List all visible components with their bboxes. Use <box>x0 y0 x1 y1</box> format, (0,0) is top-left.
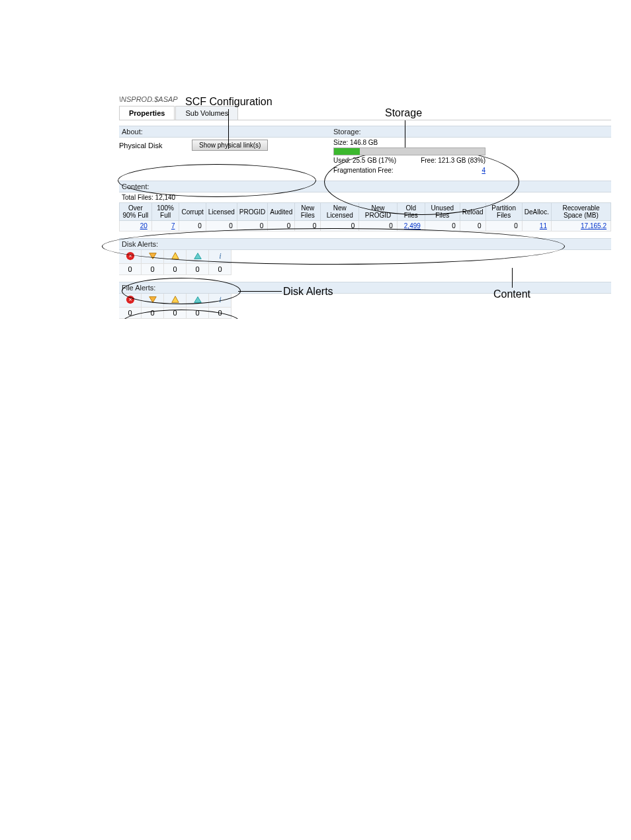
content-col-header: PROGID <box>237 203 267 221</box>
up-arrow-icon <box>187 294 209 308</box>
svg-text:×: × <box>128 296 132 303</box>
down-arrow-icon <box>142 294 164 308</box>
content-cell[interactable]: 11 <box>522 221 551 231</box>
svg-marker-10 <box>194 297 201 303</box>
content-cell: 0 <box>206 221 237 231</box>
show-physical-link-button[interactable]: Show physical link(s) <box>192 140 268 151</box>
content-cell: 0 <box>321 221 359 231</box>
storage-size: Size: 146.8 GB <box>333 139 609 146</box>
content-cell[interactable]: 2,499 <box>397 221 425 231</box>
content-col-header: Corrupt <box>179 203 206 221</box>
info-icon: i <box>209 250 231 264</box>
annotation-content: Content <box>493 288 530 300</box>
content-col-header: Partition Files <box>485 203 522 221</box>
file-alert-value: 0 <box>209 308 231 319</box>
total-files-label: Total Files: 12,140 <box>119 192 611 202</box>
tab-subvolumes[interactable]: Sub Volumes <box>175 106 238 120</box>
disk-alert-value: 0 <box>209 264 231 275</box>
up-arrow-icon <box>187 250 209 264</box>
content-cell: 0 <box>485 221 522 231</box>
content-col-header: 100% Full <box>151 203 179 221</box>
content-col-header: Unused Files <box>425 203 460 221</box>
file-alert-value: 0 <box>142 308 164 319</box>
content-table: Over 90% Full100% FullCorruptLicensedPRO… <box>119 202 611 231</box>
about-header: About: <box>119 126 331 138</box>
file-alerts-header: File Alerts: <box>119 282 611 294</box>
file-alert-value: 0 <box>164 308 187 319</box>
content-header: Content: <box>119 181 611 192</box>
content-cell: 0 <box>237 221 267 231</box>
content-cell: 0 <box>425 221 460 231</box>
annotation-scf: SCF Configuration <box>185 96 273 108</box>
file-alert-value: 0 <box>187 308 209 319</box>
content-cell: 0 <box>295 221 321 231</box>
file-alert-value: 0 <box>119 308 142 319</box>
disk-alert-value: 0 <box>187 264 209 275</box>
storage-free: Free: 121.3 GB (83%) <box>421 157 485 164</box>
content-cell[interactable]: 20 <box>120 221 152 231</box>
content-cell: 0 <box>460 221 485 231</box>
content-col-header: DeAlloc. <box>522 203 551 221</box>
annotation-storage: Storage <box>385 107 422 119</box>
storage-header: Storage: <box>331 126 611 138</box>
content-cell: 0 <box>268 221 295 231</box>
svg-text:i: i <box>219 295 222 304</box>
content-cell: 0 <box>179 221 206 231</box>
warning-icon <box>164 294 187 308</box>
content-col-header: Over 90% Full <box>120 203 152 221</box>
content-col-header: Recoverable Space (MB) <box>551 203 610 221</box>
content-col-header: New Files <box>295 203 321 221</box>
fragmentation-value-link[interactable]: 4 <box>482 167 485 174</box>
fragmentation-label: Fragmentation Free: <box>333 167 394 174</box>
disk-alerts-header: Disk Alerts: <box>119 238 611 250</box>
warning-icon <box>164 250 187 264</box>
svg-marker-4 <box>194 253 201 259</box>
content-col-header: Reload <box>460 203 485 221</box>
svg-text:i: i <box>219 251 222 261</box>
svg-text:×: × <box>128 253 132 259</box>
down-arrow-icon <box>142 250 164 264</box>
content-cell[interactable]: 7 <box>151 221 179 231</box>
content-col-header: Old Files <box>397 203 425 221</box>
disk-alert-value: 0 <box>164 264 187 275</box>
svg-marker-3 <box>171 253 179 259</box>
physical-disk-label: Physical Disk <box>119 142 192 149</box>
info-icon: i <box>209 294 231 308</box>
content-cell[interactable]: 17,165.2 <box>551 221 610 231</box>
tab-properties[interactable]: Properties <box>119 106 175 120</box>
svg-marker-9 <box>171 296 179 303</box>
content-col-header: Licensed <box>206 203 237 221</box>
annotation-disk-alerts: Disk Alerts <box>283 286 333 298</box>
disk-alert-value: 0 <box>119 264 142 275</box>
content-col-header: New Licensed <box>321 203 359 221</box>
tabs: Properties Sub Volumes <box>119 106 611 120</box>
svg-marker-2 <box>149 253 156 259</box>
storage-bar <box>333 147 485 155</box>
critical-icon: × <box>119 294 142 308</box>
content-col-header: Audited <box>268 203 295 221</box>
critical-icon: × <box>119 250 142 264</box>
annotation-file-alerts: File Alerts <box>283 317 329 319</box>
disk-alert-value: 0 <box>142 264 164 275</box>
table-row: 20700000002,4990001117,165.2 <box>120 221 611 231</box>
content-cell: 0 <box>359 221 397 231</box>
storage-used: Used: 25.5 GB (17%) <box>333 157 396 164</box>
svg-marker-8 <box>149 297 156 303</box>
content-col-header: New PROGID <box>359 203 397 221</box>
